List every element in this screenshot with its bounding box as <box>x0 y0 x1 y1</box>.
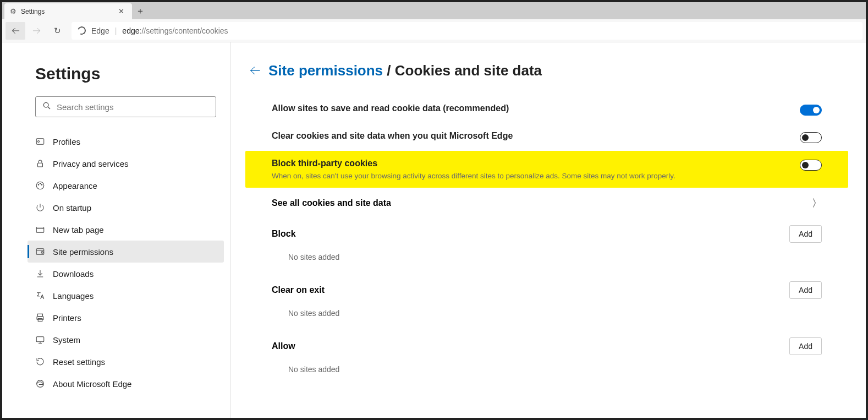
sidebar-item-label: Site permissions <box>53 247 113 257</box>
svg-point-7 <box>40 183 41 184</box>
sidebar-item-label: New tab page <box>53 225 104 234</box>
address-label: Edge <box>91 26 109 35</box>
toolbar: 🡠 🡢 ↻ Edge | edge://settings/content/coo… <box>2 19 866 42</box>
new-tab-button[interactable]: ＋ <box>132 3 149 19</box>
setting-block-third-party: Block third-party cookies When on, sites… <box>245 151 848 188</box>
browser-tab[interactable]: ⚙ Settings ✕ <box>4 3 132 19</box>
svg-rect-16 <box>38 314 43 317</box>
perm-icon <box>35 247 45 257</box>
sidebar-item-profiles[interactable]: Profiles <box>28 130 224 152</box>
edge-icon <box>35 379 45 389</box>
toggle-clear-on-quit[interactable] <box>800 132 822 143</box>
sidebar-item-label: Appearance <box>53 181 97 190</box>
add-block-site-button[interactable]: Add <box>789 225 822 243</box>
reset-icon <box>35 357 45 367</box>
back-button[interactable]: 🡠 <box>6 22 25 40</box>
add-clear-on-exit-button[interactable]: Add <box>789 281 822 299</box>
chevron-right-icon: 〉 <box>812 197 822 210</box>
search-input[interactable] <box>57 102 209 112</box>
setting-clear-on-quit: Clear cookies and site data when you qui… <box>250 123 838 151</box>
search-settings[interactable] <box>35 96 216 117</box>
svg-point-3 <box>38 141 40 143</box>
toggle-block-third-party[interactable] <box>800 160 822 171</box>
tab-icon <box>35 225 45 234</box>
sidebar-item-label: Printers <box>53 313 81 323</box>
sidebar-item-site-permissions[interactable]: Site permissions <box>28 241 224 263</box>
add-allow-site-button[interactable]: Add <box>789 337 822 355</box>
svg-point-0 <box>43 102 48 107</box>
sidebar-item-new-tab-page[interactable]: New tab page <box>28 219 224 241</box>
edge-icon <box>76 25 87 36</box>
sidebar-item-languages[interactable]: Languages <box>28 285 224 307</box>
svg-point-8 <box>41 184 42 186</box>
breadcrumb-current: Cookies and site data <box>395 62 542 79</box>
address-bar[interactable]: Edge | edge://settings/content/cookies <box>72 22 862 40</box>
main-content: 🡠 Site permissions / Cookies and site da… <box>231 42 866 418</box>
sidebar-item-label: Reset settings <box>53 357 105 367</box>
page-title: Settings <box>35 64 216 83</box>
sidebar: Settings ProfilesPrivacy and servicesApp… <box>2 42 231 418</box>
section-allow: Allow Add No sites added <box>250 331 838 387</box>
breadcrumb-parent[interactable]: Site permissions <box>268 62 383 79</box>
lock-icon <box>35 159 45 168</box>
see-all-cookies[interactable]: See all cookies and site data 〉 <box>250 188 838 219</box>
tab-title: Settings <box>21 8 112 15</box>
sidebar-item-label: About Microsoft Edge <box>53 379 131 389</box>
sidebar-nav: ProfilesPrivacy and servicesAppearanceOn… <box>35 130 216 395</box>
sidebar-item-appearance[interactable]: Appearance <box>28 174 224 197</box>
section-clear-on-exit: Clear on exit Add No sites added <box>250 275 838 331</box>
search-icon <box>42 101 51 112</box>
svg-point-6 <box>38 184 39 186</box>
sidebar-item-label: Downloads <box>53 269 94 279</box>
forward-button: 🡢 <box>26 22 46 40</box>
sidebar-item-system[interactable]: System <box>28 329 224 351</box>
breadcrumb-back-icon[interactable]: 🡠 <box>250 64 261 77</box>
sidebar-item-label: Languages <box>53 291 94 301</box>
sidebar-item-downloads[interactable]: Downloads <box>28 263 224 285</box>
svg-rect-9 <box>36 227 44 233</box>
svg-rect-19 <box>36 337 44 342</box>
sidebar-item-reset-settings[interactable]: Reset settings <box>28 351 224 373</box>
svg-line-1 <box>48 107 50 109</box>
titlebar: ⚙ Settings ✕ ＋ <box>2 2 866 19</box>
sidebar-item-label: On startup <box>53 203 91 212</box>
sidebar-item-on-startup[interactable]: On startup <box>28 197 224 219</box>
svg-point-13 <box>41 252 43 253</box>
system-icon <box>35 335 45 345</box>
sidebar-item-label: Privacy and services <box>53 159 129 168</box>
refresh-button[interactable]: ↻ <box>47 22 67 40</box>
sidebar-item-label: System <box>53 335 80 345</box>
sidebar-item-about-microsoft-edge[interactable]: About Microsoft Edge <box>28 373 224 395</box>
svg-point-22 <box>37 380 44 388</box>
svg-rect-4 <box>38 163 43 167</box>
address-url: edge://settings/content/cookies <box>122 26 228 35</box>
palette-icon <box>35 181 45 190</box>
lang-icon <box>35 291 45 301</box>
sidebar-item-privacy-and-services[interactable]: Privacy and services <box>28 152 224 174</box>
setting-allow-cookies: Allow sites to save and read cookie data… <box>250 96 838 123</box>
section-block: Block Add No sites added <box>250 219 838 275</box>
sidebar-item-printers[interactable]: Printers <box>28 307 224 329</box>
power-icon <box>35 203 45 212</box>
download-icon <box>35 269 45 279</box>
breadcrumb: 🡠 Site permissions / Cookies and site da… <box>250 62 838 79</box>
gear-icon: ⚙ <box>10 7 17 15</box>
toggle-allow-cookies[interactable] <box>800 105 822 116</box>
printer-icon <box>35 313 45 323</box>
close-tab-icon[interactable]: ✕ <box>116 7 127 15</box>
sidebar-item-label: Profiles <box>53 137 80 146</box>
card-icon <box>35 137 45 146</box>
